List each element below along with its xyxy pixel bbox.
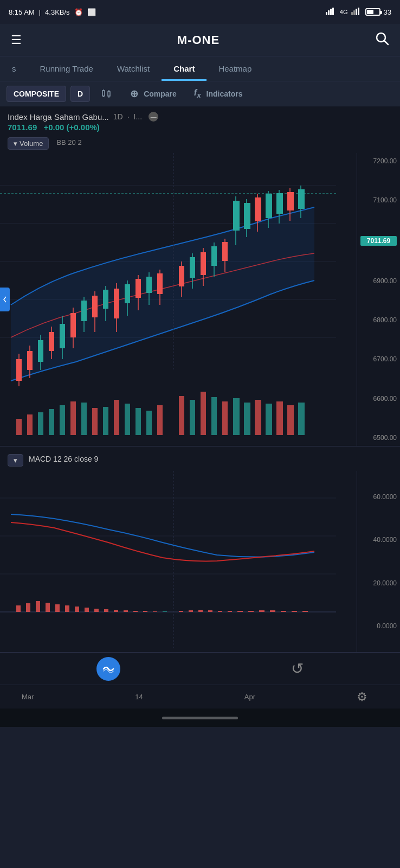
svg-rect-73	[287, 192, 294, 210]
svg-rect-128	[208, 610, 212, 612]
compare-button[interactable]: ⊕ Compare	[124, 85, 183, 103]
reset-button[interactable]: ↺	[291, 660, 304, 678]
svg-rect-125	[179, 611, 183, 612]
status-right: 4G 33	[326, 8, 391, 17]
svg-rect-67	[255, 197, 261, 221]
macd-level-20: 20.0000	[360, 579, 397, 587]
svg-rect-37	[81, 301, 87, 321]
svg-rect-6	[356, 9, 357, 15]
macd-axis: 60.0000 40.0000 20.0000 0.0000	[357, 471, 400, 652]
svg-rect-13	[108, 92, 110, 96]
svg-rect-92	[201, 392, 206, 435]
svg-rect-55	[190, 257, 195, 278]
svg-rect-78	[38, 412, 43, 435]
macd-level-60: 60.0000	[360, 493, 397, 501]
svg-rect-124	[163, 611, 167, 612]
side-expand-button[interactable]	[0, 288, 10, 311]
svg-rect-93	[211, 397, 217, 435]
chart-info: Index Harga Saham Gabu... 1D · I... — 70…	[0, 106, 400, 153]
svg-rect-115	[75, 607, 79, 612]
network-label: 4G	[340, 9, 348, 15]
svg-rect-122	[143, 611, 147, 612]
indicators-button[interactable]: fx Indicators	[188, 85, 249, 103]
svg-rect-85	[114, 400, 119, 435]
svg-rect-25	[16, 359, 22, 381]
price-level-6600: 6600.00	[360, 395, 397, 403]
home-indicator	[0, 709, 400, 727]
separator: |	[39, 8, 41, 16]
svg-line-9	[384, 41, 388, 44]
main-chart-container: Index Harga Saham Gabu... 1D · I... — 70…	[0, 106, 400, 446]
macd-chart-area[interactable]	[0, 471, 357, 652]
svg-rect-2	[330, 9, 332, 15]
date-label-14: 14	[135, 693, 143, 701]
tab-s[interactable]: s	[0, 56, 28, 81]
price-level-6800: 6800.00	[360, 316, 397, 324]
svg-rect-87	[136, 408, 141, 435]
svg-rect-123	[153, 611, 157, 612]
svg-rect-113	[55, 604, 60, 612]
svg-rect-117	[94, 609, 99, 612]
volume-collapse-button[interactable]: ▾ Volume	[8, 137, 49, 150]
candlestick-area[interactable]	[0, 153, 357, 446]
svg-rect-31	[49, 332, 54, 351]
chart-type-button[interactable]	[94, 85, 119, 103]
svg-rect-100	[287, 405, 294, 435]
price-level-7100: 7100.00	[360, 196, 397, 204]
svg-rect-77	[27, 414, 33, 435]
macd-level-0: 0.0000	[360, 622, 397, 630]
svg-rect-83	[92, 408, 98, 435]
chevron-down-icon-macd: ▾	[14, 456, 17, 464]
tab-heatmap[interactable]: Heatmap	[207, 56, 263, 81]
hamburger-menu-icon[interactable]: ☰	[11, 33, 22, 47]
settings-icon[interactable]: ⚙	[357, 690, 367, 704]
date-axis: Mar 14 Apr ⚙	[0, 685, 400, 709]
svg-rect-130	[228, 611, 232, 612]
info-icon[interactable]: —	[149, 112, 158, 122]
svg-rect-53	[179, 266, 184, 286]
svg-rect-79	[49, 409, 54, 435]
search-icon[interactable]	[375, 31, 389, 49]
tab-running-trade[interactable]: Running Trade	[28, 56, 105, 81]
svg-rect-59	[211, 246, 217, 266]
macd-header: ▾ MACD 12 26 close 9	[0, 446, 400, 471]
svg-rect-110	[26, 603, 30, 612]
chart-view-button[interactable]	[96, 657, 120, 681]
svg-rect-80	[60, 405, 65, 435]
bottom-action-bar: ↺	[0, 652, 400, 685]
svg-rect-120	[124, 610, 128, 612]
svg-rect-63	[233, 201, 240, 231]
candlestick-chart	[0, 153, 336, 446]
svg-rect-0	[326, 12, 327, 15]
svg-rect-127	[198, 610, 203, 612]
svg-rect-43	[114, 289, 119, 318]
svg-rect-3	[332, 8, 334, 15]
price-level-7200: 7200.00	[360, 157, 397, 165]
svg-rect-90	[179, 396, 184, 435]
svg-rect-99	[276, 401, 283, 435]
svg-rect-135	[281, 611, 286, 612]
status-bar: 8:15 AM | 4.3KB/s ⏰ ⬜ 4G 33	[0, 0, 400, 24]
composite-button[interactable]: COMPOSITE	[7, 86, 66, 102]
tab-watchlist[interactable]: Watchlist	[105, 56, 162, 81]
svg-rect-109	[16, 605, 21, 612]
macd-collapse-button[interactable]: ▾	[8, 454, 23, 467]
tab-chart[interactable]: Chart	[162, 56, 207, 81]
svg-rect-91	[190, 400, 195, 435]
date-label-mar: Mar	[22, 693, 34, 701]
svg-rect-88	[146, 411, 152, 435]
macd-title: MACD 12 26 close 9	[29, 455, 98, 463]
svg-rect-94	[222, 401, 228, 435]
alarm-icon: ⏰	[74, 8, 83, 16]
svg-rect-61	[222, 242, 228, 261]
svg-rect-86	[125, 404, 130, 435]
chart-toolbar: COMPOSITE D ⊕ Compare fx Indicators	[0, 81, 400, 106]
svg-rect-39	[92, 296, 98, 317]
monitor-icon: ⬜	[87, 8, 96, 16]
svg-rect-71	[276, 193, 283, 214]
svg-rect-137	[302, 611, 308, 612]
speed-display: 4.3KB/s	[45, 8, 70, 16]
battery-icon	[365, 8, 380, 16]
svg-rect-47	[136, 279, 141, 298]
timeframe-button[interactable]: D	[70, 86, 90, 102]
